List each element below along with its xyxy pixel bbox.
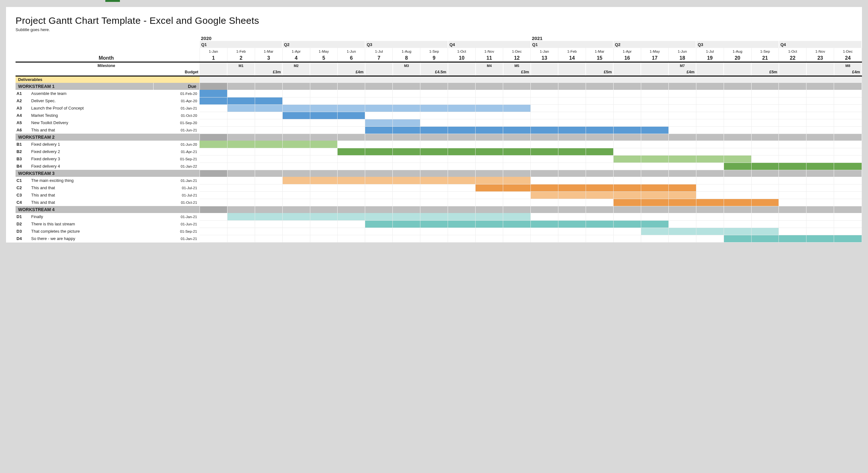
gantt-bar-cell[interactable]: [227, 213, 255, 220]
gantt-bar-cell[interactable]: [475, 184, 503, 191]
gantt-bar-cell[interactable]: [421, 105, 448, 112]
gantt-cell[interactable]: [613, 148, 641, 155]
gantt-cell[interactable]: [310, 155, 338, 162]
gantt-cell[interactable]: [531, 199, 558, 206]
gantt-cell[interactable]: [393, 155, 421, 162]
gantt-cell[interactable]: [227, 184, 255, 191]
gantt-cell[interactable]: [806, 105, 834, 112]
gantt-cell[interactable]: [448, 90, 475, 97]
gantt-cell[interactable]: [779, 213, 806, 220]
gantt-cell[interactable]: [613, 141, 641, 148]
gantt-cell[interactable]: [834, 199, 862, 206]
gantt-bar-cell[interactable]: [448, 105, 475, 112]
gantt-cell[interactable]: [779, 220, 806, 228]
gantt-bar-cell[interactable]: [393, 213, 421, 220]
gantt-cell[interactable]: [448, 199, 475, 206]
gantt-bar-cell[interactable]: [448, 220, 475, 228]
gantt-bar-cell[interactable]: [806, 162, 834, 170]
gantt-cell[interactable]: [199, 162, 227, 170]
gantt-cell[interactable]: [255, 90, 282, 97]
gantt-cell[interactable]: [613, 97, 641, 105]
gantt-cell[interactable]: [310, 199, 338, 206]
gantt-cell[interactable]: [724, 90, 751, 97]
gantt-bar-cell[interactable]: [641, 191, 669, 199]
gantt-bar-cell[interactable]: [393, 126, 421, 134]
gantt-cell[interactable]: [503, 97, 531, 105]
gantt-cell[interactable]: [503, 228, 531, 235]
gantt-cell[interactable]: [365, 90, 393, 97]
gantt-cell[interactable]: [255, 235, 282, 242]
gantt-cell[interactable]: [696, 213, 724, 220]
gantt-bar-cell[interactable]: [503, 184, 531, 191]
gantt-cell[interactable]: [199, 119, 227, 126]
gantt-bar-cell[interactable]: [834, 235, 862, 242]
gantt-cell[interactable]: [227, 119, 255, 126]
gantt-cell[interactable]: [393, 199, 421, 206]
gantt-cell[interactable]: [586, 112, 613, 119]
gantt-cell[interactable]: [282, 184, 310, 191]
gantt-cell[interactable]: [641, 235, 669, 242]
gantt-cell[interactable]: [669, 90, 696, 97]
gantt-cell[interactable]: [586, 235, 613, 242]
gantt-cell[interactable]: [724, 126, 751, 134]
gantt-bar-cell[interactable]: [475, 177, 503, 184]
gantt-cell[interactable]: [503, 112, 531, 119]
gantt-cell[interactable]: [779, 155, 806, 162]
gantt-bar-cell[interactable]: [669, 228, 696, 235]
gantt-cell[interactable]: [806, 155, 834, 162]
gantt-bar-cell[interactable]: [724, 162, 751, 170]
gantt-cell[interactable]: [503, 235, 531, 242]
gantt-cell[interactable]: [558, 235, 586, 242]
gantt-cell[interactable]: [669, 220, 696, 228]
gantt-cell[interactable]: [641, 112, 669, 119]
gantt-cell[interactable]: [199, 213, 227, 220]
gantt-bar-cell[interactable]: [503, 148, 531, 155]
gantt-bar-cell[interactable]: [531, 220, 558, 228]
gantt-cell[interactable]: [421, 228, 448, 235]
gantt-bar-cell[interactable]: [421, 126, 448, 134]
gantt-bar-cell[interactable]: [724, 199, 751, 206]
gantt-cell[interactable]: [806, 126, 834, 134]
gantt-cell[interactable]: [586, 199, 613, 206]
gantt-cell[interactable]: [779, 97, 806, 105]
gantt-bar-cell[interactable]: [421, 177, 448, 184]
gantt-cell[interactable]: [834, 119, 862, 126]
gantt-cell[interactable]: [779, 112, 806, 119]
gantt-cell[interactable]: [586, 162, 613, 170]
gantt-cell[interactable]: [393, 235, 421, 242]
gantt-cell[interactable]: [531, 177, 558, 184]
gantt-bar-cell[interactable]: [282, 105, 310, 112]
gantt-cell[interactable]: [586, 213, 613, 220]
gantt-bar-cell[interactable]: [613, 126, 641, 134]
gantt-bar-cell[interactable]: [724, 235, 751, 242]
gantt-bar-cell[interactable]: [282, 177, 310, 184]
gantt-bar-cell[interactable]: [558, 220, 586, 228]
gantt-cell[interactable]: [448, 184, 475, 191]
gantt-cell[interactable]: [227, 177, 255, 184]
gantt-cell[interactable]: [779, 141, 806, 148]
gantt-bar-cell[interactable]: [558, 126, 586, 134]
gantt-cell[interactable]: [641, 97, 669, 105]
gantt-cell[interactable]: [255, 184, 282, 191]
gantt-bar-cell[interactable]: [365, 126, 393, 134]
gantt-bar-cell[interactable]: [696, 199, 724, 206]
gantt-cell[interactable]: [641, 162, 669, 170]
gantt-cell[interactable]: [751, 220, 779, 228]
gantt-cell[interactable]: [310, 119, 338, 126]
gantt-cell[interactable]: [696, 162, 724, 170]
gantt-cell[interactable]: [834, 148, 862, 155]
gantt-cell[interactable]: [338, 97, 365, 105]
gantt-cell[interactable]: [199, 126, 227, 134]
gantt-cell[interactable]: [696, 90, 724, 97]
gantt-cell[interactable]: [834, 184, 862, 191]
gantt-cell[interactable]: [779, 105, 806, 112]
gantt-cell[interactable]: [255, 119, 282, 126]
gantt-cell[interactable]: [282, 97, 310, 105]
gantt-cell[interactable]: [613, 112, 641, 119]
gantt-bar-cell[interactable]: [393, 119, 421, 126]
gantt-bar-cell[interactable]: [586, 148, 613, 155]
gantt-cell[interactable]: [503, 162, 531, 170]
gantt-bar-cell[interactable]: [421, 220, 448, 228]
gantt-cell[interactable]: [696, 235, 724, 242]
gantt-cell[interactable]: [531, 105, 558, 112]
